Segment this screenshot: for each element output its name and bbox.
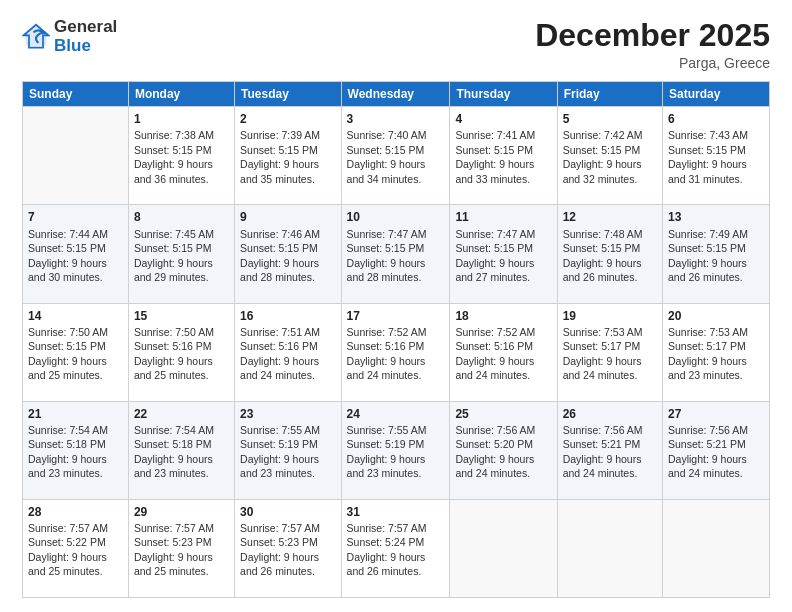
day-number: 5: [563, 111, 657, 127]
calendar-cell: 27Sunrise: 7:56 AM Sunset: 5:21 PM Dayli…: [663, 401, 770, 499]
calendar-cell: 3Sunrise: 7:40 AM Sunset: 5:15 PM Daylig…: [341, 107, 450, 205]
day-number: 20: [668, 308, 764, 324]
day-number: 29: [134, 504, 229, 520]
day-info: Sunrise: 7:45 AM Sunset: 5:15 PM Dayligh…: [134, 227, 229, 285]
calendar-header-wednesday: Wednesday: [341, 82, 450, 107]
calendar-cell: 31Sunrise: 7:57 AM Sunset: 5:24 PM Dayli…: [341, 499, 450, 597]
day-info: Sunrise: 7:43 AM Sunset: 5:15 PM Dayligh…: [668, 128, 764, 186]
day-number: 6: [668, 111, 764, 127]
day-info: Sunrise: 7:57 AM Sunset: 5:23 PM Dayligh…: [134, 521, 229, 579]
calendar-week-1: 1Sunrise: 7:38 AM Sunset: 5:15 PM Daylig…: [23, 107, 770, 205]
day-number: 22: [134, 406, 229, 422]
calendar-header-sunday: Sunday: [23, 82, 129, 107]
calendar-cell: 17Sunrise: 7:52 AM Sunset: 5:16 PM Dayli…: [341, 303, 450, 401]
day-number: 2: [240, 111, 335, 127]
calendar-cell: 30Sunrise: 7:57 AM Sunset: 5:23 PM Dayli…: [235, 499, 341, 597]
day-info: Sunrise: 7:49 AM Sunset: 5:15 PM Dayligh…: [668, 227, 764, 285]
day-number: 23: [240, 406, 335, 422]
calendar-cell: 29Sunrise: 7:57 AM Sunset: 5:23 PM Dayli…: [128, 499, 234, 597]
calendar-cell: 9Sunrise: 7:46 AM Sunset: 5:15 PM Daylig…: [235, 205, 341, 303]
calendar-cell: 7Sunrise: 7:44 AM Sunset: 5:15 PM Daylig…: [23, 205, 129, 303]
day-info: Sunrise: 7:53 AM Sunset: 5:17 PM Dayligh…: [668, 325, 764, 383]
calendar-cell: 10Sunrise: 7:47 AM Sunset: 5:15 PM Dayli…: [341, 205, 450, 303]
day-info: Sunrise: 7:42 AM Sunset: 5:15 PM Dayligh…: [563, 128, 657, 186]
subtitle: Parga, Greece: [535, 55, 770, 71]
calendar-cell: 16Sunrise: 7:51 AM Sunset: 5:16 PM Dayli…: [235, 303, 341, 401]
day-info: Sunrise: 7:50 AM Sunset: 5:15 PM Dayligh…: [28, 325, 123, 383]
calendar-cell: 1Sunrise: 7:38 AM Sunset: 5:15 PM Daylig…: [128, 107, 234, 205]
day-info: Sunrise: 7:46 AM Sunset: 5:15 PM Dayligh…: [240, 227, 335, 285]
calendar-cell: 11Sunrise: 7:47 AM Sunset: 5:15 PM Dayli…: [450, 205, 557, 303]
day-number: 9: [240, 209, 335, 225]
calendar-cell: 6Sunrise: 7:43 AM Sunset: 5:15 PM Daylig…: [663, 107, 770, 205]
calendar-header-row: SundayMondayTuesdayWednesdayThursdayFrid…: [23, 82, 770, 107]
day-info: Sunrise: 7:55 AM Sunset: 5:19 PM Dayligh…: [347, 423, 445, 481]
day-number: 16: [240, 308, 335, 324]
day-info: Sunrise: 7:56 AM Sunset: 5:21 PM Dayligh…: [563, 423, 657, 481]
calendar-cell: 2Sunrise: 7:39 AM Sunset: 5:15 PM Daylig…: [235, 107, 341, 205]
calendar-cell: 8Sunrise: 7:45 AM Sunset: 5:15 PM Daylig…: [128, 205, 234, 303]
day-info: Sunrise: 7:38 AM Sunset: 5:15 PM Dayligh…: [134, 128, 229, 186]
day-info: Sunrise: 7:52 AM Sunset: 5:16 PM Dayligh…: [347, 325, 445, 383]
header: General Blue December 2025 Parga, Greece: [22, 18, 770, 71]
day-info: Sunrise: 7:39 AM Sunset: 5:15 PM Dayligh…: [240, 128, 335, 186]
day-info: Sunrise: 7:50 AM Sunset: 5:16 PM Dayligh…: [134, 325, 229, 383]
calendar-cell: 12Sunrise: 7:48 AM Sunset: 5:15 PM Dayli…: [557, 205, 662, 303]
day-number: 31: [347, 504, 445, 520]
day-info: Sunrise: 7:51 AM Sunset: 5:16 PM Dayligh…: [240, 325, 335, 383]
day-info: Sunrise: 7:47 AM Sunset: 5:15 PM Dayligh…: [347, 227, 445, 285]
calendar-cell: 28Sunrise: 7:57 AM Sunset: 5:22 PM Dayli…: [23, 499, 129, 597]
calendar-week-4: 21Sunrise: 7:54 AM Sunset: 5:18 PM Dayli…: [23, 401, 770, 499]
page: General Blue December 2025 Parga, Greece…: [0, 0, 792, 612]
day-number: 13: [668, 209, 764, 225]
calendar-cell: 18Sunrise: 7:52 AM Sunset: 5:16 PM Dayli…: [450, 303, 557, 401]
calendar-cell: [450, 499, 557, 597]
day-number: 28: [28, 504, 123, 520]
day-number: 1: [134, 111, 229, 127]
day-number: 19: [563, 308, 657, 324]
title-block: December 2025 Parga, Greece: [535, 18, 770, 71]
calendar-cell: 15Sunrise: 7:50 AM Sunset: 5:16 PM Dayli…: [128, 303, 234, 401]
calendar-cell: 5Sunrise: 7:42 AM Sunset: 5:15 PM Daylig…: [557, 107, 662, 205]
calendar-cell: 22Sunrise: 7:54 AM Sunset: 5:18 PM Dayli…: [128, 401, 234, 499]
calendar-header-friday: Friday: [557, 82, 662, 107]
day-info: Sunrise: 7:53 AM Sunset: 5:17 PM Dayligh…: [563, 325, 657, 383]
day-info: Sunrise: 7:56 AM Sunset: 5:20 PM Dayligh…: [455, 423, 551, 481]
day-info: Sunrise: 7:57 AM Sunset: 5:23 PM Dayligh…: [240, 521, 335, 579]
logo-blue: Blue: [54, 37, 117, 56]
day-info: Sunrise: 7:41 AM Sunset: 5:15 PM Dayligh…: [455, 128, 551, 186]
calendar-week-5: 28Sunrise: 7:57 AM Sunset: 5:22 PM Dayli…: [23, 499, 770, 597]
calendar-week-2: 7Sunrise: 7:44 AM Sunset: 5:15 PM Daylig…: [23, 205, 770, 303]
day-number: 26: [563, 406, 657, 422]
day-info: Sunrise: 7:56 AM Sunset: 5:21 PM Dayligh…: [668, 423, 764, 481]
calendar-cell: 14Sunrise: 7:50 AM Sunset: 5:15 PM Dayli…: [23, 303, 129, 401]
calendar-cell: 24Sunrise: 7:55 AM Sunset: 5:19 PM Dayli…: [341, 401, 450, 499]
day-number: 8: [134, 209, 229, 225]
calendar-cell: [557, 499, 662, 597]
day-number: 30: [240, 504, 335, 520]
day-number: 4: [455, 111, 551, 127]
logo-text: General Blue: [54, 18, 117, 55]
day-number: 15: [134, 308, 229, 324]
logo-icon: [22, 23, 50, 51]
day-number: 14: [28, 308, 123, 324]
calendar-cell: [23, 107, 129, 205]
day-number: 27: [668, 406, 764, 422]
day-number: 12: [563, 209, 657, 225]
calendar-header-saturday: Saturday: [663, 82, 770, 107]
day-number: 25: [455, 406, 551, 422]
day-number: 24: [347, 406, 445, 422]
day-number: 3: [347, 111, 445, 127]
calendar-cell: [663, 499, 770, 597]
calendar-cell: 21Sunrise: 7:54 AM Sunset: 5:18 PM Dayli…: [23, 401, 129, 499]
calendar-cell: 25Sunrise: 7:56 AM Sunset: 5:20 PM Dayli…: [450, 401, 557, 499]
day-info: Sunrise: 7:48 AM Sunset: 5:15 PM Dayligh…: [563, 227, 657, 285]
day-number: 10: [347, 209, 445, 225]
day-info: Sunrise: 7:57 AM Sunset: 5:24 PM Dayligh…: [347, 521, 445, 579]
day-number: 17: [347, 308, 445, 324]
logo: General Blue: [22, 18, 117, 55]
calendar-cell: 19Sunrise: 7:53 AM Sunset: 5:17 PM Dayli…: [557, 303, 662, 401]
day-number: 18: [455, 308, 551, 324]
calendar-table: SundayMondayTuesdayWednesdayThursdayFrid…: [22, 81, 770, 598]
day-info: Sunrise: 7:54 AM Sunset: 5:18 PM Dayligh…: [134, 423, 229, 481]
